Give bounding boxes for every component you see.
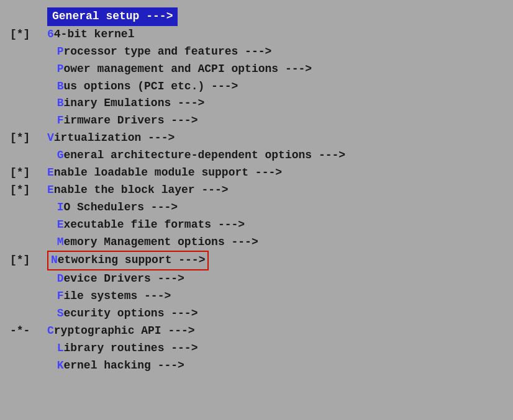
prefix-loadable: [*] xyxy=(10,164,47,182)
rest-binary: inary Emulations ---> xyxy=(63,95,204,112)
first-char-kernel-hacking: K xyxy=(57,357,64,375)
rest-io: O Schedulers ---> xyxy=(63,199,178,217)
menu-item-security[interactable]: Security options ---> xyxy=(10,305,503,323)
prefix-binary xyxy=(10,95,57,112)
first-char-io: I xyxy=(57,199,64,217)
menu-item-cryptographic[interactable]: -*- Cryptographic API ---> xyxy=(10,323,503,340)
rest-networking: etworking support ---> xyxy=(58,252,206,269)
general-setup-text: General setup xyxy=(52,10,139,22)
prefix-general-setup xyxy=(10,8,47,25)
menu-item-executable[interactable]: Executable file formats ---> xyxy=(10,217,503,234)
prefix-library xyxy=(10,340,57,357)
prefix-bus xyxy=(10,78,57,96)
menu-container: General setup ---> [*] 64-bit kernel Pro… xyxy=(5,5,508,377)
menu-item-processor[interactable]: Processor type and features ---> xyxy=(10,43,503,61)
first-char-security: S xyxy=(57,305,64,323)
first-char-64bit: 6 xyxy=(47,26,54,43)
first-char-file-systems: F xyxy=(57,288,64,305)
first-char-power: P xyxy=(57,61,64,78)
first-char-general-arch: G xyxy=(57,147,64,164)
menu-item-general-setup[interactable]: General setup ---> xyxy=(10,7,503,26)
menu-item-64bit[interactable]: [*] 64-bit kernel xyxy=(10,26,503,43)
networking-box: Networking support ---> xyxy=(47,251,209,270)
first-char-executable: E xyxy=(57,217,64,234)
prefix-processor xyxy=(10,43,57,61)
first-char-cryptographic: C xyxy=(47,323,54,340)
menu-item-io[interactable]: IO Schedulers ---> xyxy=(10,199,503,217)
menu-item-library[interactable]: Library routines ---> xyxy=(10,340,503,357)
rest-device-drivers: evice Drivers ---> xyxy=(63,270,184,288)
menu-item-firmware[interactable]: Firmware Drivers ---> xyxy=(10,112,503,130)
first-char-device-drivers: D xyxy=(57,270,64,288)
rest-executable: xecutable file formats ---> xyxy=(63,217,245,234)
first-char-bus: B xyxy=(57,78,64,96)
prefix-memory xyxy=(10,234,57,251)
first-char-block-layer: E xyxy=(47,182,54,199)
menu-item-device-drivers[interactable]: Device Drivers ---> xyxy=(10,270,503,288)
prefix-security xyxy=(10,305,57,323)
prefix-executable xyxy=(10,217,57,234)
prefix-device-drivers xyxy=(10,270,57,288)
prefix-general-arch xyxy=(10,147,57,164)
first-char-virtualization: V xyxy=(47,130,54,147)
menu-item-memory[interactable]: Memory Management options ---> xyxy=(10,234,503,251)
rest-general-arch: eneral architecture-dependent options --… xyxy=(63,147,345,164)
first-char-processor: P xyxy=(57,43,64,61)
menu-item-general-arch[interactable]: General architecture-dependent options -… xyxy=(10,147,503,164)
menu-item-power[interactable]: Power management and ACPI options ---> xyxy=(10,61,503,78)
prefix-cryptographic: -*- xyxy=(10,323,47,340)
prefix-firmware xyxy=(10,112,57,130)
menu-item-loadable[interactable]: [*] Enable loadable module support ---> xyxy=(10,164,503,182)
menu-item-kernel-hacking[interactable]: Kernel hacking ---> xyxy=(10,357,503,375)
prefix-virtualization: [*] xyxy=(10,130,47,147)
general-setup-label[interactable]: General setup ---> xyxy=(47,7,178,26)
prefix-kernel-hacking xyxy=(10,357,57,375)
first-char-loadable: E xyxy=(47,164,54,182)
first-char-memory: M xyxy=(57,234,64,251)
menu-item-bus[interactable]: Bus options (PCI etc.) ---> xyxy=(10,78,503,96)
prefix-block-layer: [*] xyxy=(10,182,47,199)
first-char-networking: N xyxy=(51,252,58,269)
prefix-64bit: [*] xyxy=(10,26,47,43)
menu-item-networking[interactable]: [*] Networking support ---> xyxy=(10,251,503,270)
rest-file-systems: ile systems ---> xyxy=(63,288,171,305)
prefix-power xyxy=(10,61,57,78)
menu-item-file-systems[interactable]: File systems ---> xyxy=(10,288,503,305)
rest-library: ibrary routines ---> xyxy=(63,340,197,357)
first-char-firmware: F xyxy=(57,112,64,130)
first-char-binary: B xyxy=(57,95,64,112)
rest-cryptographic: ryptographic API ---> xyxy=(54,323,195,340)
rest-virtualization: irtualization ---> xyxy=(54,130,175,147)
rest-bus: us options (PCI etc.) ---> xyxy=(63,78,238,96)
rest-firmware: irmware Drivers ---> xyxy=(63,112,197,130)
menu-item-binary[interactable]: Binary Emulations ---> xyxy=(10,95,503,112)
rest-security: ecurity options ---> xyxy=(63,305,197,323)
rest-loadable: nable loadable module support ---> xyxy=(54,164,282,182)
prefix-io xyxy=(10,199,57,217)
menu-item-block-layer[interactable]: [*] Enable the block layer ---> xyxy=(10,182,503,199)
rest-memory: emory Management options ---> xyxy=(63,234,258,251)
prefix-networking: [*] xyxy=(10,252,47,269)
menu-item-virtualization[interactable]: [*] Virtualization ---> xyxy=(10,130,503,147)
prefix-file-systems xyxy=(10,288,57,305)
first-char-library: L xyxy=(57,340,64,357)
rest-block-layer: nable the block layer ---> xyxy=(54,182,229,199)
rest-power: ower management and ACPI options ---> xyxy=(63,61,312,78)
rest-kernel-hacking: ernel hacking ---> xyxy=(63,357,184,375)
rest-processor: rocessor type and features ---> xyxy=(63,43,271,61)
rest-64bit: 4-bit kernel xyxy=(54,26,135,43)
